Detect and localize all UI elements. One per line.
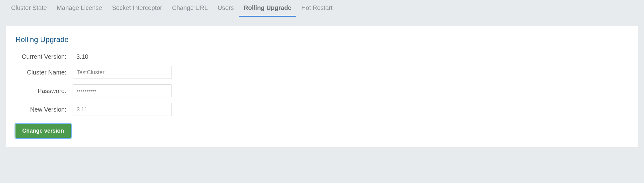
value-current-version: 3.10 (73, 53, 88, 60)
tab-rolling-upgrade[interactable]: Rolling Upgrade (239, 0, 296, 17)
tab-users[interactable]: Users (213, 0, 239, 17)
tab-bar: Cluster State Manage License Socket Inte… (0, 0, 644, 17)
tab-hot-restart[interactable]: Hot Restart (296, 0, 337, 17)
row-cluster-name: Cluster Name: (12, 66, 632, 79)
tab-cluster-state[interactable]: Cluster State (6, 0, 52, 17)
row-new-version: New Version: (12, 103, 632, 116)
input-password[interactable] (73, 84, 172, 97)
tab-manage-license[interactable]: Manage License (52, 0, 107, 17)
input-new-version[interactable] (73, 103, 172, 116)
change-version-button[interactable]: Change version (15, 124, 71, 138)
input-cluster-name[interactable] (73, 66, 172, 79)
label-password: Password: (12, 87, 73, 95)
row-password: Password: (12, 84, 632, 97)
rolling-upgrade-panel: Rolling Upgrade Current Version: 3.10 Cl… (6, 26, 638, 147)
tab-socket-interceptor[interactable]: Socket Interceptor (107, 0, 167, 17)
label-cluster-name: Cluster Name: (12, 69, 73, 76)
row-current-version: Current Version: 3.10 (12, 53, 632, 60)
label-new-version: New Version: (12, 106, 73, 113)
label-current-version: Current Version: (12, 53, 73, 60)
panel-title: Rolling Upgrade (15, 35, 632, 44)
tab-change-url[interactable]: Change URL (167, 0, 213, 17)
